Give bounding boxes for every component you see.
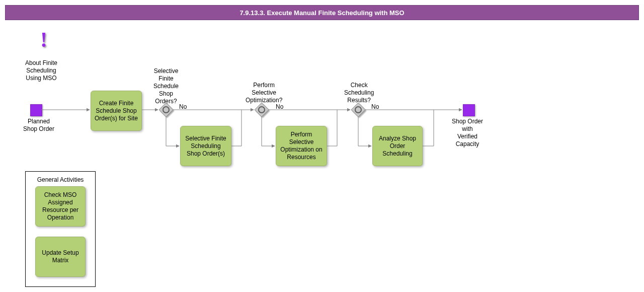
- activity-selective-finite-scheduling[interactable]: Selective Finite Scheduling Shop Order(s…: [180, 126, 231, 166]
- gateway-2: [255, 103, 269, 117]
- gateway-3: [351, 103, 365, 117]
- svg-marker-2: [255, 103, 269, 117]
- svg-point-1: [163, 107, 169, 113]
- activity-perform-selective-optimization[interactable]: Perform Selective Optimization on Resour…: [276, 126, 327, 166]
- activity-analyze-shop-order-scheduling[interactable]: Analyze Shop Order Scheduling: [372, 126, 423, 166]
- svg-marker-4: [351, 103, 365, 117]
- start-event: [30, 104, 42, 116]
- general-activities-title: General Activities: [36, 176, 85, 183]
- svg-point-5: [355, 107, 361, 113]
- info-label: About Finite Scheduling Using MSO: [25, 59, 57, 82]
- activity-check-mso-assigned-resource[interactable]: Check MSO Assigned Resource per Operatio…: [35, 186, 86, 227]
- start-label: Planned Shop Order: [23, 118, 54, 133]
- gateway-2-no-label: No: [276, 103, 283, 110]
- end-label: Shop Order with Verified Capacity: [452, 118, 483, 148]
- gateway-1-label: Selective Finite Schedule Shop Orders?: [153, 67, 179, 105]
- gateway-2-label: Perform Selective Optimization?: [246, 82, 282, 104]
- gateway-3-label: Check Scheduling Results?: [344, 82, 374, 104]
- gateway-3-no-label: No: [371, 103, 379, 110]
- title-bar: 7.9.13.3. Execute Manual Finite Scheduli…: [5, 5, 639, 20]
- end-event: [463, 104, 475, 116]
- activity-update-setup-matrix[interactable]: Update Setup Matrix: [35, 237, 86, 277]
- activity-create-finite-schedule[interactable]: Create Finite Schedule Shop Order(s) for…: [91, 91, 142, 131]
- svg-point-3: [259, 107, 265, 113]
- info-icon: !: [40, 28, 47, 52]
- gateway-1-no-label: No: [179, 103, 187, 110]
